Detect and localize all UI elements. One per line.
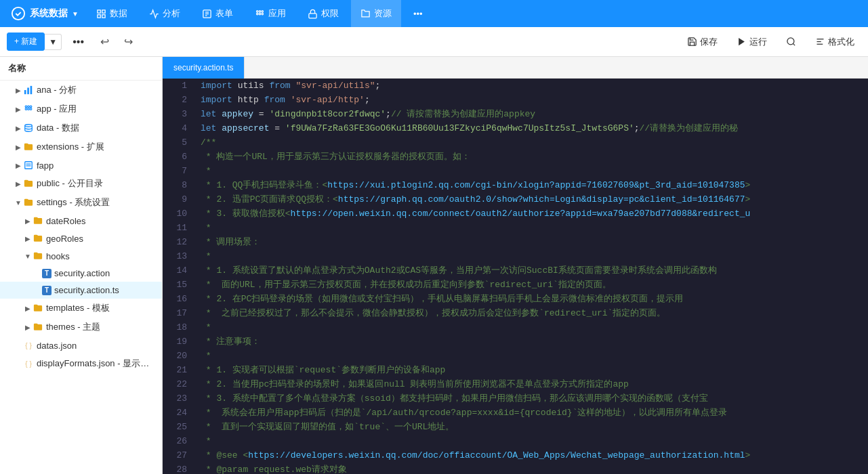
editor-tab-security-action-ts[interactable]: security.action.ts <box>163 57 245 79</box>
tree-label-data: data - 数据 <box>37 122 157 134</box>
tree-item-data[interactable]: ▶ data - 数据 <box>0 118 162 137</box>
svg-line-18 <box>793 43 795 45</box>
nav-more-label: ••• <box>413 9 423 19</box>
new-button-label: + 新建 <box>14 36 37 47</box>
folder-icon <box>33 303 43 314</box>
svg-point-9 <box>256 10 258 12</box>
more-options-button[interactable]: ••• <box>66 33 91 51</box>
tree-item-security-action[interactable]: ▶ T security.action <box>0 265 162 282</box>
code-line-26: * 3. 系统中配置了多个单点登录方案（ssoid）都支持扫码时，如果用户用微信… <box>201 391 863 406</box>
code-container[interactable]: 12345 678910 1112131415 1617181920 21222… <box>163 79 868 474</box>
tree-item-themes[interactable]: ▶ themes - 主题 <box>0 318 162 337</box>
nav-resource[interactable]: 资源 <box>351 0 401 27</box>
format-button-label: 格式化 <box>828 36 854 48</box>
tree-label-app: app - 应用 <box>37 103 157 115</box>
tree-arrow-icon: ▶ <box>14 142 23 152</box>
app-title: 系统数据 <box>30 7 68 20</box>
app-icon <box>23 104 34 114</box>
folder-icon <box>23 178 34 189</box>
tree-arrow-icon: ▶ <box>23 216 33 225</box>
tree-item-security-action-ts[interactable]: ▶ T security.action.ts <box>0 282 162 299</box>
file-json-icon: { } <box>23 340 34 351</box>
tree-label-displayFormats-json: displayFormats.json - 显示格式配置 <box>37 358 157 370</box>
folder-icon <box>33 215 43 226</box>
main-content: 名称 ▶ ana - 分析 ▶ app - 应用 ▶ data - 数据 ▶ <box>0 57 868 474</box>
code-line-11: * 1. QQ手机扫码登录斗鱼：<https://xui.ptlogin2.qq… <box>201 178 863 192</box>
tree-item-settings[interactable]: ▼ settings - 系统设置 <box>0 193 162 212</box>
folder-icon <box>23 142 34 152</box>
nav-permission[interactable]: 权限 <box>298 0 348 27</box>
tree-item-hooks[interactable]: ▼ hooks <box>0 247 162 265</box>
save-button[interactable]: 保存 <box>680 33 724 51</box>
tree-label-settings: settings - 系统设置 <box>37 196 157 209</box>
svg-rect-23 <box>27 88 29 95</box>
form-icon <box>23 160 34 171</box>
tree-item-app[interactable]: ▶ app - 应用 <box>0 100 162 118</box>
nav-app[interactable]: 应用 <box>245 0 295 27</box>
chart-icon <box>23 85 34 95</box>
tree-item-templates[interactable]: ▶ templates - 模板 <box>0 299 162 318</box>
svg-rect-22 <box>24 90 26 94</box>
code-line-9: * 构造一个URL，用于显示第三方认证授权服务器的授权页面。如： <box>201 150 863 164</box>
code-line-12: * 2. 迅雷PC页面请求QQ授权：<https://graph.qq.com/… <box>201 192 863 207</box>
toolbar: + 新建 ▼ ••• ↩ ↪ 保存 运行 格式化 <box>0 27 868 57</box>
tree-item-public[interactable]: ▶ public - 公开目录 <box>0 174 162 193</box>
new-dropdown-button[interactable]: ▼ <box>45 34 62 50</box>
redo-button[interactable]: ↪ <box>119 33 138 51</box>
code-line-1: import utils from "svr-api/utils"; <box>201 79 863 93</box>
tree-label-security-action-ts: security.action.ts <box>54 285 157 295</box>
tree-arrow-icon: ▶ <box>23 234 33 243</box>
nav-data[interactable]: 数据 <box>87 0 137 27</box>
code-line-2: import http from 'svr-api/http'; <box>201 93 863 107</box>
code-line-18: * 面的URL，用于显示第三方授权页面，并在授权成功后重定向到参数`redire… <box>201 278 863 292</box>
search-button[interactable] <box>779 34 803 49</box>
new-button[interactable]: + 新建 <box>7 33 45 51</box>
code-line-17: * 1. 系统设置了默认的单点登录方式为OAuth2或CAS等服务，当用户第一次… <box>201 263 863 278</box>
svg-point-30 <box>30 108 32 110</box>
code-line-8: /** <box>201 135 863 150</box>
nav-more[interactable]: ••• <box>404 0 432 27</box>
editor-tab-label: security.action.ts <box>173 63 233 72</box>
nav-analysis[interactable]: 分析 <box>140 0 190 27</box>
tree-item-dateRoles[interactable]: ▶ dateRoles <box>0 212 162 230</box>
svg-rect-1 <box>98 9 100 12</box>
svg-marker-16 <box>739 38 745 45</box>
nav-data-label: 数据 <box>110 7 127 20</box>
code-line-25: * 2. 当使用pc扫码登录的场景时，如果返回null 则表明当前所使用浏览器不… <box>201 377 863 391</box>
tree-label-fapp: fapp <box>37 160 157 171</box>
tree-arrow-down-icon: ▼ <box>23 251 33 261</box>
svg-point-10 <box>259 10 261 12</box>
code-line-23: * <box>201 349 863 363</box>
svg-point-28 <box>25 108 27 110</box>
svg-rect-2 <box>102 9 105 12</box>
tree-item-displayFormats-json[interactable]: ▶ { } displayFormats.json - 显示格式配置 <box>0 354 162 373</box>
save-button-label: 保存 <box>700 36 718 48</box>
app-logo[interactable]: 系统数据 ▼ <box>5 6 84 21</box>
nav-resource-label: 资源 <box>374 7 392 20</box>
code-content: import utils from "svr-api/utils"; impor… <box>195 79 868 474</box>
tree-arrow-icon: ▶ <box>14 85 23 95</box>
code-line-14: * <box>201 221 863 235</box>
dropdown-arrow-icon[interactable]: ▼ <box>72 10 79 18</box>
tree-arrow-icon: ▶ <box>23 322 33 332</box>
run-button[interactable]: 运行 <box>730 33 774 51</box>
tree-item-datas-json[interactable]: ▶ { } datas.json <box>0 337 162 354</box>
nav-form[interactable]: 表单 <box>192 0 243 27</box>
undo-button[interactable]: ↩ <box>95 33 115 51</box>
nav-analysis-label: 分析 <box>163 7 180 20</box>
sidebar: 名称 ▶ ana - 分析 ▶ app - 应用 ▶ data - 数据 ▶ <box>0 57 163 474</box>
format-button[interactable]: 格式化 <box>808 33 861 51</box>
code-line-19: * 2. 在PC扫码登录的场景（如用微信或支付宝扫码），手机从电脑屏幕扫码后手机… <box>201 292 863 306</box>
folder-icon <box>33 322 43 332</box>
tree-item-fapp[interactable]: ▶ fapp <box>0 156 162 174</box>
tree-item-extensions[interactable]: ▶ extensions - 扩展 <box>0 137 162 156</box>
code-line-16: * <box>201 249 863 263</box>
tree-arrow-icon: ▶ <box>23 303 33 313</box>
tree-label-dateRoles: dateRoles <box>46 216 157 226</box>
svg-point-11 <box>262 10 264 12</box>
code-line-10: * <box>201 164 863 178</box>
tree-item-geoRoles[interactable]: ▶ geoRoles <box>0 230 162 247</box>
svg-rect-15 <box>309 13 316 18</box>
tree-item-ana[interactable]: ▶ ana - 分析 <box>0 81 162 100</box>
code-line-21: * <box>201 320 863 335</box>
